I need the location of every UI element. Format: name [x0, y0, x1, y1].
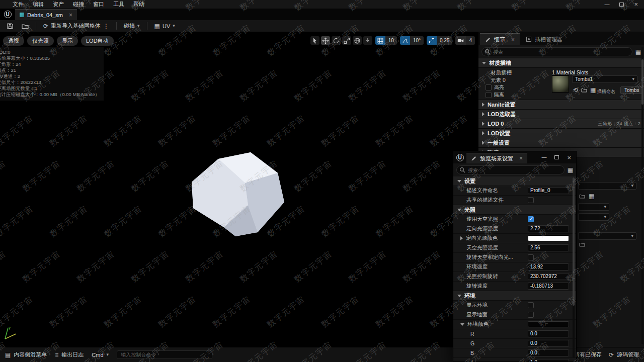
section-material-slots[interactable]: 材质插槽 [478, 58, 644, 68]
section-lod-settings[interactable]: LOD设置 [478, 129, 644, 138]
scale-snap-control[interactable]: 0.25 [427, 36, 452, 45]
use-selected-icon[interactable]: ⟲ [573, 87, 578, 93]
rotate-tool-button[interactable] [332, 36, 341, 45]
preview-section-lighting[interactable]: 光照 [453, 205, 576, 215]
rotate-sky-checkbox[interactable] [528, 254, 534, 260]
material-thumbnail[interactable] [552, 75, 569, 93]
tab-details[interactable]: 细节 × [480, 33, 520, 45]
tab-close-icon[interactable]: × [519, 155, 523, 162]
pick-grid-icon[interactable]: ▦ [589, 193, 594, 199]
section-nanite[interactable]: Nanite设置 [478, 100, 644, 110]
content-drawer-button[interactable]: ▤ 内容侧滑菜单 [5, 351, 47, 358]
details-scrollbar[interactable] [641, 47, 643, 344]
occluded-dropdown[interactable]: ▾ [578, 203, 609, 211]
menu-help[interactable]: 帮助 [129, 0, 149, 9]
rig-rotation-field[interactable]: 230.702972 [528, 273, 569, 280]
move-tool-button[interactable] [321, 36, 330, 45]
occluded-dropdown[interactable]: ▾ [578, 232, 636, 240]
environment-intensity-field[interactable]: 13.92 [528, 263, 569, 270]
preview-window-titlebar[interactable]: U 预览场景设置 × — × [453, 151, 576, 163]
show-dropdown[interactable]: 显示 [57, 36, 78, 46]
maximize-icon[interactable] [554, 155, 559, 159]
tab-socket-manager[interactable]: 插槽管理器 [521, 33, 568, 45]
skylight-intensity-field[interactable]: 2.56 [528, 244, 569, 251]
occluded-dropdown[interactable]: ▾ [578, 182, 636, 190]
slot-name-value[interactable]: Tombs [620, 86, 643, 94]
viewport[interactable]: 透视 仅光照 显示 LOD自动 [0, 32, 478, 347]
browse-icon[interactable] [579, 241, 585, 247]
color-b-field[interactable]: 0.0 [528, 349, 569, 356]
preview-scrollbar-thumb[interactable] [573, 177, 575, 306]
expand-caret-icon[interactable] [460, 323, 464, 326]
material-select-combo[interactable]: Tombs1 ▾ [572, 75, 637, 83]
close-icon[interactable]: × [567, 154, 571, 161]
surface-snap-button[interactable] [363, 36, 372, 45]
camera-speed-control[interactable]: 4 [455, 36, 475, 45]
menu-tools[interactable]: 工具 [109, 0, 129, 9]
color-g-field[interactable]: 0.0 [528, 340, 569, 347]
section-lod-picker[interactable]: LOD选取器 [478, 110, 644, 119]
tab-close-icon[interactable]: × [511, 36, 515, 43]
save-button[interactable] [3, 22, 17, 31]
show-floor-checkbox[interactable] [528, 312, 534, 318]
menu-asset[interactable]: 资产 [48, 0, 68, 9]
rotation-speed-field[interactable]: -0.180713 [528, 283, 569, 290]
color-a-field[interactable]: 1.0 [528, 359, 569, 362]
output-log-button[interactable]: ≡ 输出日志 [55, 351, 84, 358]
environment-color-swatch[interactable] [528, 321, 569, 327]
preview-settings-icon[interactable]: ▦ [568, 167, 573, 173]
directional-intensity-field[interactable]: 2.72 [528, 225, 569, 232]
section-lod0[interactable]: LOD 0 三角形：24 顶点：2 [478, 119, 644, 129]
lit-mode-dropdown[interactable]: 仅光照 [27, 36, 54, 46]
lod-auto-dropdown[interactable]: LOD自动 [81, 36, 114, 46]
source-control-button[interactable]: ⟳ 源码管理 [609, 351, 639, 358]
menu-window[interactable]: 窗口 [89, 0, 109, 9]
world-space-button[interactable] [353, 36, 362, 45]
pick-grid-icon[interactable]: ▦ [590, 87, 596, 93]
menu-file[interactable]: 文件 [8, 0, 28, 9]
browse-icon[interactable] [581, 87, 587, 93]
browse-icon[interactable] [579, 193, 585, 199]
preview-scrollbar[interactable] [573, 177, 575, 357]
section-general-settings[interactable]: 一般设置 [478, 138, 644, 148]
profile-name-field[interactable]: Profile_0 [528, 187, 569, 194]
browse-to-asset-button[interactable] [18, 22, 32, 31]
kebab-menu-icon[interactable]: ⋮ [103, 23, 109, 29]
isolate-checkbox[interactable] [486, 92, 492, 98]
debris-mesh[interactable] [189, 149, 289, 242]
highlight-checkbox[interactable] [486, 84, 492, 90]
reimport-base-mesh-button[interactable]: ⟳ 重新导入基础网格体 ⋮ [40, 21, 113, 31]
cmd-dropdown[interactable]: Cmd ▾ [92, 352, 109, 358]
color-r-field[interactable]: 0.0 [528, 330, 569, 337]
details-settings-icon[interactable]: ▦ [635, 49, 641, 55]
preview-section-environment[interactable]: 环境 [453, 291, 576, 301]
directional-color-swatch[interactable] [528, 235, 569, 241]
expand-caret-icon[interactable] [460, 236, 463, 240]
select-tool-button[interactable] [310, 36, 319, 45]
uv-dropdown-button[interactable]: ▦ UV ▾ [151, 22, 179, 30]
details-scrollbar-thumb[interactable] [641, 59, 643, 105]
maximize-icon[interactable] [619, 3, 624, 7]
asset-tab-debris[interactable]: Debris_04_sm × [15, 9, 77, 20]
preview-section-settings[interactable]: 设置 [453, 176, 576, 186]
menu-edit[interactable]: 编辑 [28, 0, 48, 9]
minimize-icon[interactable]: — [604, 2, 609, 7]
preview-window-tab[interactable]: 预览场景设置 × [466, 153, 527, 163]
minimize-icon[interactable]: — [541, 155, 546, 160]
scale-tool-button[interactable] [342, 36, 351, 45]
unreal-logo[interactable]: U [0, 9, 15, 20]
collision-dropdown-button[interactable]: 碰撞 ▾ [120, 21, 143, 31]
shared-profile-checkbox[interactable] [528, 197, 534, 203]
details-search-input[interactable] [481, 47, 632, 56]
perspective-dropdown[interactable]: 透视 [3, 36, 24, 46]
menu-collision[interactable]: 碰撞 [68, 0, 89, 9]
use-skylight-checkbox[interactable] [528, 216, 534, 222]
occluded-dropdown[interactable]: ▾ [578, 213, 609, 221]
tab-close-icon[interactable]: × [69, 12, 72, 19]
preview-search-input[interactable] [456, 165, 565, 174]
console-command-input[interactable] [117, 350, 212, 359]
close-icon[interactable]: × [634, 1, 638, 8]
show-environment-checkbox[interactable] [528, 302, 534, 308]
grid-snap-control[interactable]: 10 [375, 36, 397, 45]
rotation-snap-control[interactable]: 10° [400, 36, 424, 45]
